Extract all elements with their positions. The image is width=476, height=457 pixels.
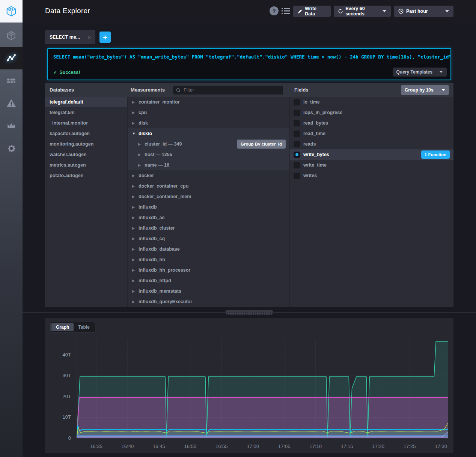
measurement-item[interactable]: ▶disk [128, 118, 289, 128]
database-item[interactable]: telegraf.5m [45, 107, 127, 118]
group-by-tag-button[interactable]: Group By cluster_id [237, 140, 286, 149]
field-checkbox[interactable] [294, 99, 300, 105]
field-label: write_bytes [303, 152, 329, 157]
timerange-dropdown[interactable]: Past hour [394, 6, 453, 17]
measurement-label: container_monitor [139, 99, 180, 105]
query-tab[interactable]: SELECT me... × [45, 30, 95, 44]
pencil-icon [298, 9, 302, 14]
database-item[interactable]: watcher.autogen [45, 149, 127, 160]
add-query-tab-button[interactable]: + [99, 32, 111, 43]
x-axis-tick: 16:40 [122, 443, 134, 449]
field-item[interactable]: write_time [290, 160, 453, 170]
measurement-label: diskio [139, 131, 152, 136]
checkbox-dot-icon [295, 153, 298, 156]
field-item[interactable]: writes [290, 170, 453, 181]
field-item[interactable]: read_bytes [290, 118, 453, 128]
field-checkbox[interactable] [294, 110, 300, 116]
field-item[interactable]: reads [290, 139, 453, 149]
measurement-item[interactable]: ▶cpu [128, 107, 289, 118]
timeseries-chart[interactable]: 16:3516:4016:4516:5016:5517:0017:0517:10… [45, 318, 453, 453]
sidebar-item-dashboards[interactable] [0, 69, 23, 92]
field-checkbox[interactable] [294, 120, 300, 126]
caret-right-icon: ▶ [132, 279, 135, 283]
field-checkbox[interactable] [294, 162, 300, 168]
query-text[interactable]: SELECT mean("write_bytes") AS "mean_writ… [53, 54, 445, 60]
sidebar-item-hosts[interactable] [0, 24, 23, 47]
crown-icon [6, 121, 16, 131]
measurement-item[interactable]: ▼diskio [128, 128, 289, 139]
log-viewer-icon[interactable] [282, 7, 290, 15]
measurement-item[interactable]: ▶container_monitor [128, 97, 289, 107]
tag-key-item[interactable]: ▶host — 1255 [128, 149, 289, 160]
measurement-item[interactable]: ▶influxdb_queryExecutor [128, 296, 289, 307]
field-checkbox[interactable] [294, 131, 300, 137]
database-item[interactable]: _internal.monitor [45, 118, 127, 128]
measurement-group-expanded: ▼diskio▶cluster_id — 349Group By cluster… [128, 128, 289, 170]
sidebar-item-admin[interactable] [0, 114, 23, 137]
query-status: ✓ Success! [53, 69, 80, 75]
function-count-badge[interactable]: 1 Function [421, 150, 450, 159]
measurements-header: Measurements [131, 87, 165, 93]
measurement-item[interactable]: ▶influxdb_cluster [128, 223, 289, 233]
measurement-item[interactable]: ▶influxdb_database [128, 244, 289, 254]
database-item[interactable]: metrics.autogen [45, 160, 127, 170]
databases-list: telegraf.defaulttelegraf.5m_internal.mon… [45, 97, 128, 307]
data-explorer-pulse-icon [6, 53, 17, 63]
caret-right-icon: ▶ [138, 153, 141, 156]
query-templates-dropdown[interactable]: Query Templates [393, 68, 447, 77]
list-icon [282, 7, 290, 15]
measurement-item[interactable]: ▶influxdb_hh_processor [128, 265, 289, 275]
dashboards-grid-icon [6, 76, 16, 86]
chronograf-logo[interactable] [0, 0, 23, 23]
measurement-filter[interactable] [173, 85, 284, 95]
x-axis-tick: 17:15 [341, 443, 353, 449]
field-item[interactable]: read_time [290, 128, 453, 139]
measurement-item[interactable]: ▶docker_container_cpu [128, 181, 289, 191]
help-icon[interactable]: ? [270, 6, 279, 15]
group-by-time-dropdown[interactable]: Group by 10s [401, 85, 449, 95]
search-icon [176, 88, 181, 93]
measurement-label: influxdb_hh_processor [139, 268, 190, 273]
measurement-item[interactable]: ▶influxdb_memstats [128, 286, 289, 296]
query-editor[interactable]: SELECT mean("write_bytes") AS "mean_writ… [47, 48, 451, 80]
database-item[interactable]: telegraf.default [45, 97, 127, 107]
autorefresh-dropdown[interactable]: Every 60 seconds [334, 6, 391, 17]
close-icon[interactable]: × [87, 34, 91, 41]
database-item[interactable]: monitoring.autogen [45, 139, 127, 149]
field-checkbox[interactable] [294, 141, 300, 147]
measurement-label: influxdb_ae [139, 215, 164, 220]
measurement-item[interactable]: ▶influxdb_hh [128, 254, 289, 265]
sidebar-item-alerts[interactable] [0, 92, 23, 114]
tag-key-item[interactable]: ▶name — 16 [128, 160, 289, 170]
sidebar-item-data-explorer[interactable] [0, 47, 23, 69]
measurement-item[interactable]: ▶influxdb_httpd [128, 275, 289, 286]
measurement-item[interactable]: ▶influxdb_cq [128, 233, 289, 244]
measurement-filter-input[interactable] [183, 87, 280, 93]
field-label: iops_in_progress [303, 110, 342, 115]
x-axis-tick: 17:30 [435, 443, 447, 449]
caret-right-icon: ▶ [132, 121, 135, 125]
sidebar-item-configuration[interactable] [0, 137, 23, 159]
measurement-item[interactable]: ▶influxdb [128, 202, 289, 212]
caret-down-icon: ▼ [132, 132, 135, 135]
write-data-button[interactable]: Write Data [293, 6, 331, 17]
tag-key-item[interactable]: ▶cluster_id — 349Group By cluster_id [128, 139, 289, 149]
measurement-label: influxdb_cq [139, 236, 165, 241]
tag-key-label: cluster_id — 349 [145, 141, 182, 147]
field-item[interactable]: io_time [290, 97, 453, 107]
field-item[interactable]: iops_in_progress [290, 107, 453, 118]
measurement-item[interactable]: ▶influxdb_ae [128, 212, 289, 223]
field-checkbox[interactable] [294, 173, 300, 179]
database-item[interactable]: potato.autogen [45, 170, 127, 181]
measurement-item[interactable]: ▶docker [128, 170, 289, 181]
caret-right-icon: ▶ [132, 300, 135, 304]
chevron-down-icon [445, 10, 449, 12]
database-item[interactable]: kapacitor.autogen [45, 128, 127, 139]
measurement-item[interactable]: ▶docker_container_mem [128, 191, 289, 202]
field-checkbox[interactable] [294, 152, 300, 158]
page-title: Data Explorer [45, 7, 90, 15]
caret-right-icon: ▶ [132, 174, 135, 177]
resize-handle[interactable] [225, 310, 273, 315]
top-bar: Data Explorer ? Write Data Every 60 seco… [23, 0, 476, 23]
field-item[interactable]: write_bytes1 Function [290, 149, 453, 160]
